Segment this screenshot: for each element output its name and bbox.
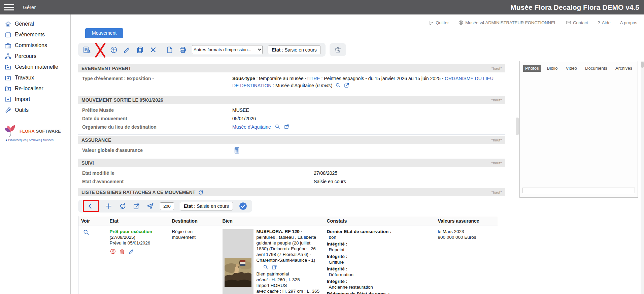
rows-per-page-input[interactable]	[160, 202, 174, 210]
list-search-icon[interactable]	[83, 46, 91, 54]
anchor-top-link[interactable]: ^haut^	[491, 98, 502, 102]
scrollbar-track	[641, 61, 644, 294]
flora-flower-logo-icon	[4, 124, 18, 138]
refresh-icon[interactable]	[198, 190, 204, 195]
basket-icon[interactable]	[334, 46, 342, 54]
quit-link[interactable]: Quitter	[429, 20, 449, 25]
anchor-top-link[interactable]: ^haut^	[491, 190, 502, 194]
row-status: Prêt pour exécution	[110, 229, 167, 234]
document-export-icon[interactable]	[166, 46, 174, 54]
anchor-top-link[interactable]: ^haut^	[491, 161, 502, 165]
anchor-top-link[interactable]: ^haut^	[491, 138, 502, 142]
contact-link[interactable]: Contact	[566, 20, 588, 25]
sidebar-item-general[interactable]: Général	[0, 19, 70, 29]
scrollbar-thumb[interactable]	[641, 62, 644, 68]
back-chevron-icon[interactable]	[86, 202, 94, 210]
top-bar: Gérer Musée Flora Decalog Flora DEMO v4.…	[0, 0, 644, 14]
media-panel: Photos Biblio Vidéo Documents Archives	[519, 61, 638, 198]
tab-video[interactable]: Vidéo	[564, 65, 579, 72]
search-icon[interactable]	[263, 264, 269, 270]
sidebar-item-label: Commissions	[15, 42, 47, 48]
about-link[interactable]: A propos	[620, 20, 637, 25]
open-record-icon[interactable]	[271, 264, 277, 270]
sidebar-item-commissions[interactable]: Commissions	[0, 40, 70, 51]
import-icon	[5, 96, 11, 103]
search-icon[interactable]	[274, 124, 280, 132]
help-icon: ?	[598, 20, 600, 25]
calculator-icon[interactable]	[234, 147, 240, 156]
folder-icon	[5, 64, 11, 70]
check-circle-icon[interactable]	[239, 202, 247, 210]
section-body-mouvement: Préfixe Musée MUSEE Date du mouvement 05…	[78, 104, 505, 135]
sidebar-item-evenements[interactable]: Evènements	[0, 29, 70, 40]
section-body-assurance: Valeur globale d'assurance	[78, 144, 505, 159]
prefixe-musee-value: MUSEE	[232, 107, 249, 114]
section-body-suivi: Etat modifié le 27/08/2025 Etat d'avance…	[78, 167, 505, 188]
sidebar-item-travaux[interactable]: Travaux	[0, 72, 70, 83]
tab-mouvement[interactable]: Mouvement	[85, 28, 123, 38]
manage-menu-label[interactable]: Gérer	[23, 4, 36, 10]
sidebar-item-parcours[interactable]: Parcours	[0, 51, 70, 62]
print-format-select[interactable]: Autres formats d'impression...	[192, 45, 263, 54]
constats-cell: Dernier Etat de conservation :bon Intégr…	[324, 226, 435, 294]
trash-icon[interactable]	[119, 249, 125, 255]
tab-archives[interactable]: Archives	[613, 65, 634, 72]
event-type-label: Type d'évènement : Exposition -	[82, 75, 232, 90]
cancel-circle-icon[interactable]	[110, 248, 116, 255]
search-icon[interactable]	[335, 82, 341, 90]
sidebar-item-relocaliser[interactable]: Re-localiser	[0, 83, 70, 94]
col-destination: Destination	[169, 216, 220, 226]
event-title-link[interactable]: TITRE	[306, 76, 320, 81]
edit-pencil-icon[interactable]	[128, 248, 135, 255]
tab-biblio[interactable]: Biblio	[545, 65, 560, 72]
flora-logo-block: FLORASOFTWARE ●Bibliothèques | Archives …	[0, 124, 70, 142]
sidebar-item-label: Re-localiser	[15, 86, 43, 92]
sidebar-item-label: Outils	[15, 107, 29, 113]
hamburger-menu-icon[interactable]	[4, 2, 14, 12]
copy-icon[interactable]	[136, 46, 144, 54]
bien-description: peintures , tableau , La liberté guidant…	[257, 235, 316, 263]
open-record-icon[interactable]	[344, 82, 350, 90]
basket-box	[330, 43, 346, 56]
user-account-link[interactable]: Musée v4 ADMINISTRATEUR FONCTIONNEL	[458, 20, 556, 25]
wrench-icon	[5, 107, 11, 113]
calendar-icon	[5, 31, 11, 38]
sidebar-item-import[interactable]: Import	[0, 94, 70, 105]
add-bien-icon[interactable]	[105, 202, 113, 210]
help-link[interactable]: ? Aide	[598, 20, 611, 25]
tab-documents[interactable]: Documents	[583, 65, 609, 72]
recycle-icon[interactable]	[118, 202, 127, 210]
exit-icon	[429, 20, 434, 25]
open-list-icon[interactable]	[133, 202, 140, 210]
etat-cell: Prêt pour exécution (27/08/2025) Prévu l…	[107, 226, 169, 294]
section-header-liste-biens: LISTE DES BIENS RATTACHES A CE MOUVEMENT…	[78, 188, 505, 196]
sidebar-item-outils[interactable]: Outils	[0, 105, 70, 116]
section-body-evenement-parent: Type d'évènement : Exposition - Sous-typ…	[78, 72, 505, 93]
sidebar-item-gestion-materielle[interactable]: Gestion matérielle	[0, 62, 70, 72]
tab-photos[interactable]: Photos	[523, 65, 541, 72]
section-header-evenement-parent: EVENEMENT PARENT ^haut^	[78, 64, 505, 72]
etat-avancement-value: Saisie en cours	[314, 178, 346, 185]
row-status-date: (27/08/2025)	[110, 234, 167, 240]
organisme-destination-link[interactable]: Musée d'Aquitaine	[232, 124, 271, 131]
sidebar-item-label: Evènements	[15, 32, 45, 38]
flora-brand: FLORASOFTWARE	[20, 129, 61, 134]
biens-toolbar: Etat : Saisie en cours	[78, 200, 252, 213]
valeur-date: le Mars 2023	[438, 229, 496, 234]
edit-pencil-icon[interactable]	[123, 46, 131, 54]
print-icon[interactable]	[179, 46, 187, 54]
user-icon	[458, 20, 464, 25]
open-record-icon[interactable]	[284, 124, 290, 132]
etat-modifie-value: 27/08/2025	[314, 170, 337, 177]
tagline-bullet: ●	[5, 138, 7, 142]
artwork-thumbnail[interactable]	[223, 229, 253, 294]
panel-collapse-handle[interactable]	[516, 118, 519, 135]
anchor-top-link[interactable]: ^haut^	[491, 66, 502, 70]
delete-x-icon[interactable]	[149, 46, 157, 54]
bien-type: Bien patrimonial	[257, 271, 321, 277]
view-search-icon[interactable]	[82, 229, 90, 236]
table-header-row: Voir Etat Destination Bien Constats Vale…	[78, 216, 498, 226]
send-icon[interactable]	[146, 202, 154, 210]
add-icon[interactable]	[110, 46, 118, 54]
folder-icon	[5, 74, 11, 81]
